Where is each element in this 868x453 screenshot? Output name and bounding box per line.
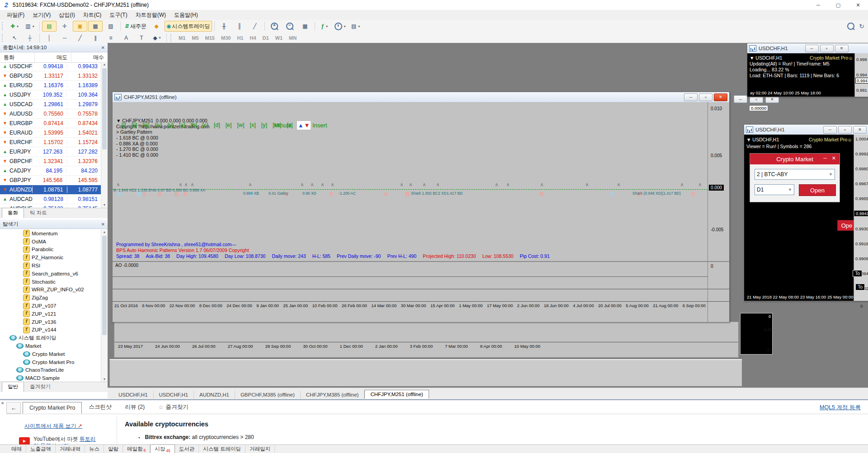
wave-label-button[interactable]: [ii] xyxy=(132,122,137,128)
navigator-item[interactable]: f ZigZag xyxy=(0,294,101,302)
bar-chart-button[interactable]: ╫ xyxy=(217,21,231,32)
dialog-titlebar[interactable]: Crypto Market ─ ✕ xyxy=(750,154,840,164)
navigator-close-icon[interactable]: ✕ xyxy=(101,222,105,227)
back-button[interactable]: ← xyxy=(6,402,21,414)
market-watch-row[interactable]: USDCAD 1.29861 1.29879 xyxy=(0,100,101,109)
candlestick-button[interactable]: ║ xyxy=(232,21,247,32)
column-ask[interactable]: 매수 xyxy=(71,52,108,62)
column-bid[interactable]: 매도 xyxy=(34,52,71,62)
periods-button[interactable] xyxy=(333,21,348,32)
navigator-item[interactable]: f ZUP_v121 xyxy=(0,310,101,318)
timeframe-button[interactable]: D1 xyxy=(260,33,272,43)
scroll-thumb[interactable] xyxy=(102,68,107,149)
timeframe-button[interactable]: MN xyxy=(286,33,299,43)
chart-window-titlebar[interactable]: CHFJPY,M251 (offline) xyxy=(113,92,729,103)
app-close-button[interactable] xyxy=(848,0,868,10)
new-chart-button[interactable]: ✚ xyxy=(7,21,22,32)
terminal-section-tab[interactable]: 시장45 xyxy=(150,444,175,453)
timeframe-button[interactable]: M1 xyxy=(176,33,188,43)
label-button[interactable]: T xyxy=(134,33,149,43)
navigator-item[interactable]: f Crypto Market Pro xyxy=(0,358,101,366)
zoom-out-button[interactable]: − xyxy=(283,21,297,32)
symbol-select[interactable]: 2 | BTC-ABY ▼ xyxy=(755,169,835,180)
wave-minute-label[interactable]: Minute xyxy=(274,122,292,129)
restore-button[interactable] xyxy=(838,126,852,134)
wave-label-button[interactable]: [w] xyxy=(237,122,245,128)
terminal-tab[interactable]: 즐겨찾기 xyxy=(151,401,195,414)
search-icon[interactable] xyxy=(847,23,854,30)
wave-label-button[interactable]: [a] xyxy=(179,122,185,128)
timeframe-select[interactable]: D1 ▼ xyxy=(755,184,794,195)
zoom-in-button[interactable]: + xyxy=(267,21,282,32)
open-button[interactable]: Open xyxy=(799,184,836,196)
vertical-line-button[interactable]: │ xyxy=(42,33,57,43)
navigator-item[interactable]: f ZUP_v136 xyxy=(0,318,101,326)
autotrading-toggle[interactable]: ◉시스템트레이딩 xyxy=(165,21,212,32)
market-watch-row[interactable]: CADJPY 84.195 84.220 xyxy=(0,166,101,176)
chart-plot-area[interactable]: ▼ CHFJPY,M251 0.000 0.000 0.000 0.000Cop… xyxy=(113,102,729,322)
navigator-item[interactable]: f ZUP_v107 xyxy=(0,302,101,310)
youtube-link-part1[interactable]: 튜토리 xyxy=(80,436,96,442)
market-watch-row[interactable]: USDCHF 0.99418 0.99433 xyxy=(0,62,101,71)
subwindow-separator[interactable] xyxy=(113,261,729,262)
market-watch-row[interactable]: EURUSD 1.16376 1.16389 xyxy=(0,81,101,90)
menu-item[interactable]: 파일(F) xyxy=(3,10,28,20)
channel-button[interactable]: ∥ xyxy=(88,33,103,43)
mql5-register-link[interactable]: MQL5 계정 등록 xyxy=(820,404,861,411)
view-on-site-link[interactable]: 사이트에서 제품 보기 xyxy=(24,422,82,430)
wave-label-button[interactable]: [iii] xyxy=(142,122,149,128)
navigator-item[interactable]: f RSI xyxy=(0,262,101,270)
navigator-item[interactable]: f Stochastic xyxy=(0,278,101,286)
navigator-item[interactable]: f 시스템 트레이딩 xyxy=(0,334,101,342)
wave-label-button[interactable]: [d] xyxy=(214,122,220,128)
terminal-section-tab[interactable]: 노출금액 xyxy=(26,444,56,453)
crosshair-button[interactable]: ┼ xyxy=(23,33,37,43)
terminal-section-tab[interactable]: 시스템 트레이딩 xyxy=(199,444,245,453)
chart-tab[interactable]: AUDNZD,H1 xyxy=(194,391,235,399)
market-watch-row[interactable]: GBPUSD 1.33117 1.33132 xyxy=(0,71,101,81)
navigator-item[interactable]: f ChaosTraderLite xyxy=(0,366,101,374)
menu-item[interactable]: 차트정렬(W) xyxy=(132,10,170,20)
chart-minimize-button[interactable] xyxy=(684,93,698,101)
scroll-thumb[interactable] xyxy=(102,236,107,335)
chart-tab[interactable]: GBPCHF,M385 (offline) xyxy=(235,391,301,399)
toolbar-grip[interactable] xyxy=(170,34,174,42)
truncated-button[interactable]: To xyxy=(853,270,862,277)
market-watch-row[interactable]: EURJPY 127.263 127.282 xyxy=(0,147,101,157)
terminal-section-tab[interactable]: 도서관 xyxy=(175,444,199,453)
horizontal-line-button[interactable]: ─ xyxy=(57,33,72,43)
navigator-item[interactable]: f Parabolic xyxy=(0,246,101,254)
terminal-close-icon[interactable]: ✕ xyxy=(1,401,5,406)
indicators-button[interactable]: ƒ xyxy=(317,21,332,32)
wave-label-button[interactable]: [i] xyxy=(122,122,126,128)
arrow-updown-icon[interactable]: ▲▼ xyxy=(297,121,311,130)
close-button[interactable] xyxy=(853,126,867,134)
trendline-button[interactable]: ╱ xyxy=(73,33,87,43)
navigator-item[interactable]: f WRR_ZUP_INFO_v02 xyxy=(0,286,101,294)
navigator-scrollbar[interactable]: ▲ ▼ xyxy=(101,229,108,382)
timeframe-button[interactable]: M15 xyxy=(203,33,217,43)
terminal-tab[interactable]: Crypto Market Pro xyxy=(23,402,82,414)
market-watch-close-icon[interactable]: ✕ xyxy=(101,45,105,50)
timeframe-button[interactable]: M5 xyxy=(189,33,201,43)
terminal-section-tab[interactable]: 거래내역 xyxy=(56,444,85,453)
wave-label-button[interactable]: [y] xyxy=(261,122,267,128)
wave-label-button[interactable]: [iv] xyxy=(155,122,162,128)
market-watch-row[interactable]: AUDCAD 0.98128 0.98151 xyxy=(0,195,101,204)
navigator-item[interactable]: f Search_patterns_v6 xyxy=(0,270,101,278)
subwindow-separator[interactable] xyxy=(113,289,729,290)
minimize-button[interactable] xyxy=(734,95,747,103)
black-chart-area[interactable]: ▼ USDCHF,H1 Crypto Market Pro☺ Updating(… xyxy=(747,53,855,97)
truncated-button[interactable]: To xyxy=(855,284,865,290)
terminal-section-tab[interactable]: 뉴스 xyxy=(85,444,104,453)
dialog-close-icon[interactable]: ✕ xyxy=(832,155,836,161)
strategy-tester-button[interactable]: ▧ xyxy=(104,21,118,32)
menu-item[interactable]: 삽입(I) xyxy=(55,10,79,20)
navigator-item[interactable]: f MACD Sample xyxy=(0,374,101,382)
wave-label-button[interactable]: [c] xyxy=(203,122,208,128)
tile-windows-button[interactable]: ▦ xyxy=(298,21,312,32)
market-watch-tab[interactable]: 틱 차트 xyxy=(24,208,53,218)
minimize-button[interactable] xyxy=(823,126,837,134)
scroll-up-icon[interactable]: ▲ xyxy=(101,229,108,235)
app-maximize-button[interactable] xyxy=(828,0,848,10)
